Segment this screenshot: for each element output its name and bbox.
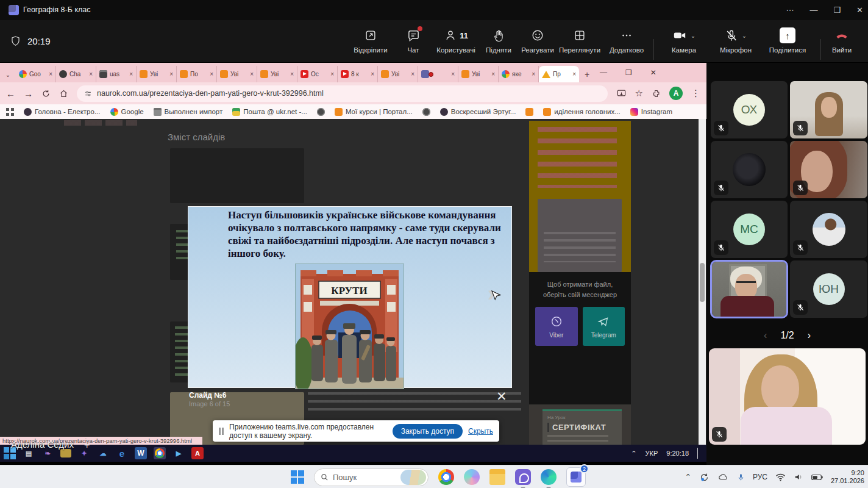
naurok-favicon[interactable] — [525, 108, 533, 116]
tray-chevron-icon[interactable]: ⌃ — [631, 450, 636, 458]
participant-tile[interactable] — [790, 201, 867, 258]
tab-close-icon[interactable]: × — [129, 71, 133, 77]
pager-next-icon[interactable]: › — [808, 330, 811, 341]
tab-close-icon[interactable]: × — [330, 71, 334, 77]
bookmark-item[interactable]: Instagram — [630, 108, 672, 116]
viber-button[interactable]: Viber — [535, 307, 578, 346]
browser-tab[interactable]: 8 к× — [338, 66, 378, 82]
wifi-icon[interactable] — [775, 473, 786, 481]
windows-start-icon[interactable] — [291, 470, 304, 484]
onedrive-icon[interactable] — [717, 473, 729, 481]
viber-icon[interactable] — [515, 469, 531, 485]
mic-chevron-icon[interactable]: ⌄ — [742, 32, 747, 39]
participant-tile[interactable]: ОХ — [711, 81, 788, 138]
maximize-icon[interactable]: ❒ — [833, 5, 841, 15]
browser-tab[interactable]: Уві× — [217, 66, 257, 82]
speaker-icon[interactable] — [794, 473, 803, 481]
participant-tile[interactable]: ЮН — [790, 260, 867, 318]
bookmark-star-icon[interactable]: ☆ — [635, 88, 643, 99]
edge-icon[interactable] — [541, 469, 557, 485]
address-bar[interactable]: naurok.com.ua/prezentaciya-den-pam-yati-… — [77, 85, 608, 102]
bookmark-item[interactable]: Головна - Електро... — [24, 108, 101, 116]
browser-tab[interactable]: По× — [177, 66, 217, 82]
chrome-icon[interactable] — [438, 469, 454, 485]
new-tab-icon[interactable]: + — [579, 66, 595, 82]
tab-close-icon[interactable]: × — [250, 71, 254, 77]
bookmark-folder[interactable]: Выполнен импорт — [154, 108, 223, 116]
participant-tile[interactable] — [711, 141, 788, 198]
browser-close-icon[interactable]: ✕ — [650, 68, 656, 77]
hide-banner-link[interactable]: Скрыть — [468, 427, 493, 436]
reload-icon[interactable] — [41, 89, 51, 98]
mic-button[interactable]: ⌄ Мікрофон — [709, 27, 763, 54]
file-explorer-icon[interactable] — [489, 469, 505, 485]
view-button[interactable]: Переглянути — [553, 27, 607, 54]
chrome-taskbar-icon[interactable] — [154, 447, 166, 459]
site-settings-icon[interactable] — [84, 90, 92, 98]
browser-tab[interactable]: Goo× — [16, 66, 56, 82]
globe-favicon[interactable] — [317, 108, 325, 116]
browser-tab[interactable]: Уві× — [378, 66, 418, 82]
tab-close-icon[interactable]: × — [89, 71, 93, 77]
install-icon[interactable] — [616, 89, 627, 98]
back-icon[interactable]: ← — [6, 88, 15, 99]
apps-grid-icon[interactable] — [6, 108, 14, 116]
home-icon[interactable] — [59, 89, 68, 98]
browser-minimize-icon[interactable]: — — [600, 68, 607, 77]
edge-legacy-icon[interactable]: e — [116, 447, 128, 459]
tray-clock[interactable]: 9:20 27.01.2026 — [831, 469, 864, 485]
camera-chevron-icon[interactable]: ⌄ — [691, 32, 695, 39]
tab-close-icon[interactable]: × — [572, 71, 576, 77]
lightbox-close-icon[interactable]: ✕ — [496, 389, 507, 404]
inner-tray-time[interactable]: 9:20:18 — [666, 450, 689, 457]
camera-button[interactable]: ⌄ Камера — [657, 27, 711, 54]
tray-chevron-icon[interactable]: ⌃ — [685, 473, 691, 481]
browser-tab[interactable]: Cha× — [56, 66, 96, 82]
telegram-button[interactable]: Telegram — [583, 307, 625, 346]
word-icon[interactable]: W — [135, 447, 147, 459]
extensions-icon[interactable] — [652, 89, 661, 98]
tab-close-icon[interactable]: × — [532, 71, 535, 77]
bookmark-item[interactable]: иділення головних... — [543, 108, 620, 116]
globe-favicon[interactable] — [422, 108, 430, 116]
tab-close-icon[interactable]: × — [491, 71, 495, 77]
participant-tile[interactable] — [790, 141, 867, 198]
minimize-icon[interactable]: — — [809, 5, 817, 15]
more-button[interactable]: Додатково — [600, 27, 653, 54]
bookmark-item[interactable]: Google — [110, 108, 144, 116]
browser-menu-icon[interactable]: ⋮ — [691, 88, 700, 99]
show-desktop-divider[interactable] — [697, 448, 698, 459]
bookmark-item[interactable]: Пошта @ ukr.net -... — [232, 108, 307, 116]
inner-tray-language[interactable]: УКР — [646, 450, 658, 457]
taskbar-search[interactable]: Пошук — [314, 468, 429, 486]
browser-tab[interactable]: × — [418, 66, 458, 82]
tab-close-icon[interactable]: × — [49, 71, 52, 77]
cloud-app-icon[interactable]: ☁ — [97, 447, 109, 459]
bookmark-item[interactable]: Мої курси | Портал... — [335, 108, 413, 116]
leave-button[interactable]: Вийти — [815, 27, 868, 54]
participant-tile[interactable]: МС — [711, 201, 788, 258]
teams-taskbar-icon[interactable]: 2 — [566, 467, 586, 487]
tab-search-chevron-icon[interactable]: ⌄ — [0, 66, 16, 82]
close-icon[interactable]: ✕ — [856, 5, 863, 15]
browser-tab-active[interactable]: Пр× — [539, 66, 579, 82]
share-screen-button[interactable]: ↑ Поділитися — [761, 27, 814, 54]
browser-tab[interactable]: Ос× — [297, 66, 338, 82]
profile-avatar[interactable]: A — [669, 87, 683, 100]
browser-maximize-icon[interactable]: ❒ — [625, 68, 632, 77]
active-speaker-tile[interactable] — [712, 262, 786, 317]
tab-close-icon[interactable]: × — [290, 71, 294, 77]
tab-close-icon[interactable]: × — [169, 71, 173, 77]
bookmark-item[interactable]: Воскресший Эртуг... — [440, 108, 516, 116]
browser-tab[interactable]: яке× — [499, 66, 539, 82]
browser-tab[interactable]: Уві× — [458, 66, 499, 82]
participant-tile[interactable] — [790, 81, 867, 138]
forward-icon[interactable]: → — [24, 88, 33, 99]
window-menu-icon[interactable]: ⋯ — [786, 5, 794, 15]
copilot-icon[interactable] — [464, 469, 480, 485]
stop-sharing-button[interactable]: Закрыть доступ — [393, 424, 463, 439]
media-player-icon[interactable]: ▶ — [173, 447, 185, 459]
sync-icon[interactable] — [699, 472, 710, 483]
page-scrollbar[interactable] — [699, 119, 706, 462]
tray-language[interactable]: РУС — [753, 473, 767, 481]
